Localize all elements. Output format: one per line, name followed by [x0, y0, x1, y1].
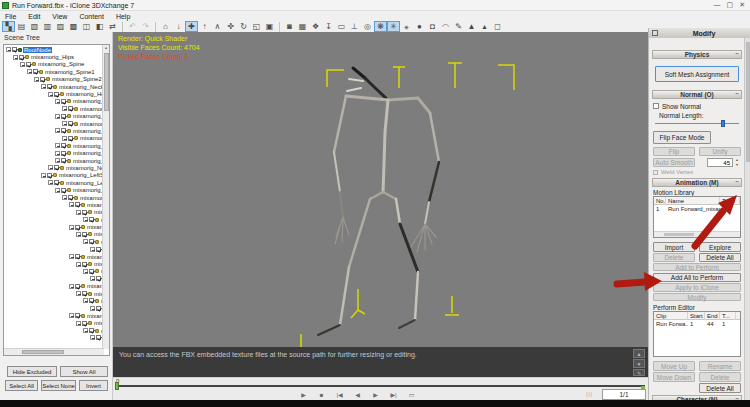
tree-node[interactable]: mixamorig_LeftForeArm	[4, 186, 103, 193]
tree-expander-icon[interactable]	[41, 84, 46, 89]
loop-button[interactable]: ▭	[406, 390, 417, 399]
tree-node[interactable]: mixamorig_LeftEye	[4, 113, 103, 120]
tree-node[interactable]: mixamorig_Neck1	[4, 164, 103, 171]
tree-expander-icon[interactable]	[55, 158, 60, 163]
go-end-button[interactable]: ▶|	[388, 390, 399, 399]
menu-item-help[interactable]: Help	[111, 13, 135, 20]
hide-excluded-button[interactable]: Hide Excluded	[7, 366, 57, 377]
tree-expander-icon[interactable]	[90, 247, 95, 252]
tree-node[interactable]: mixamorig_LeftHandPinky1	[4, 312, 103, 319]
tree-checkbox[interactable]	[82, 210, 87, 215]
tree-node[interactable]: mixamorig_LeftHandMiddle3	[4, 268, 103, 275]
tree-checkbox[interactable]	[54, 92, 59, 97]
modify-button[interactable]: Modify	[653, 293, 741, 301]
frame-view-icon[interactable]: ▣	[263, 21, 276, 32]
viewport-up-button[interactable]: ▲	[633, 349, 645, 358]
tree-node[interactable]: mixamorig_LeftHandThumb1	[4, 201, 103, 208]
menu-item-edit[interactable]: Edit	[23, 13, 45, 20]
tree-expander-icon[interactable]	[55, 99, 60, 104]
tree-checkbox[interactable]	[12, 47, 17, 52]
tree-checkbox[interactable]	[89, 328, 94, 333]
select-none-button[interactable]: Select None	[41, 380, 76, 391]
tree-checkbox[interactable]	[89, 217, 94, 222]
tree-node[interactable]: mixamorig_LeftHandThumb3	[4, 216, 103, 223]
tree-node[interactable]: mixamorig_LeftArm	[4, 179, 103, 186]
tree-checkbox[interactable]	[82, 321, 87, 326]
tree-node[interactable]: mixamorig_LeftHandIndex2	[4, 231, 103, 238]
tree-node[interactable]: mixamorig_LeftHandRing1	[4, 283, 103, 290]
close-button[interactable]: ✕	[739, 1, 745, 9]
tree-expander-icon[interactable]	[90, 306, 95, 311]
tree-horizontal-scrollbar[interactable]	[4, 348, 104, 355]
tree-expander-icon[interactable]	[55, 188, 60, 193]
tree-expander-icon[interactable]	[13, 55, 18, 60]
tree-hscroll-thumb[interactable]	[22, 350, 64, 354]
tree-expander-icon[interactable]	[20, 62, 25, 67]
tree-checkbox[interactable]	[33, 69, 38, 74]
menu-item-file[interactable]: File	[0, 13, 21, 20]
tree-node[interactable]: mixamorig_LeftHandRing4	[4, 305, 103, 312]
section-animation[interactable]: Animation (M)−	[652, 178, 742, 187]
auto-smooth-stepper[interactable]: ▴▾	[733, 158, 741, 167]
panel-scrollbar-thumb[interactable]	[746, 42, 750, 162]
tree-node[interactable]: mixamorig_LeftHandIndex1	[4, 223, 103, 230]
show-bones-icon[interactable]: ❋	[374, 21, 387, 32]
tree-checkbox[interactable]	[54, 180, 59, 185]
tree-expander-icon[interactable]	[48, 92, 53, 97]
tree-node[interactable]: mixamorig_LeftHandRing3	[4, 297, 103, 304]
tree-checkbox[interactable]	[75, 202, 80, 207]
stop-button[interactable]: ■	[316, 390, 327, 399]
viewport-3d[interactable]: Render: Quick ShaderVisible Faces Count:…	[113, 32, 648, 347]
tree-expander-icon[interactable]	[55, 114, 60, 119]
motion-table-hscrollbar[interactable]	[654, 231, 740, 237]
transfer-icon[interactable]: ⇄	[106, 21, 119, 32]
tree-expander-icon[interactable]	[6, 47, 11, 52]
tree-node[interactable]: mixamor	[4, 120, 103, 127]
tree-checkbox[interactable]	[19, 55, 24, 60]
tree-checkbox[interactable]	[61, 99, 66, 104]
menu-item-content[interactable]: Content	[74, 13, 109, 20]
flip-face-mode-button[interactable]: Flip Face Mode	[653, 131, 711, 144]
tree-expander-icon[interactable]	[76, 210, 81, 215]
tree-checkbox[interactable]	[82, 232, 87, 237]
tree-checkbox[interactable]	[96, 247, 101, 252]
tree-expander-icon[interactable]	[34, 77, 39, 82]
prev-frame-button[interactable]: ◀	[352, 390, 363, 399]
show-normal-checkbox[interactable]	[653, 103, 659, 109]
section-physics[interactable]: Physics−	[652, 50, 742, 59]
tree-node[interactable]: mixamorig_LeftHandPinky4	[4, 334, 103, 341]
auto-smooth-button[interactable]: Auto Smooth	[653, 158, 695, 167]
scene-tree[interactable]: RootNodemixamorig_Hipsmixamorig_Spinemix…	[3, 44, 110, 356]
play-button[interactable]: ▶	[298, 390, 309, 399]
tree-expander-icon[interactable]	[83, 328, 88, 333]
tree-node[interactable]: mixamorig_E	[4, 105, 103, 112]
section-normal[interactable]: Normal (O)−	[652, 90, 742, 99]
tree-checkbox[interactable]	[75, 313, 80, 318]
tree-node[interactable]: mixamorig_LeftHandIndex3	[4, 238, 103, 245]
tree-checkbox[interactable]	[89, 239, 94, 244]
invert-button[interactable]: Invert	[79, 380, 108, 391]
tree-node[interactable]: mixamorig_Spine2	[4, 76, 103, 83]
menu-item-view[interactable]: View	[47, 13, 72, 20]
collapse-icon[interactable]: −	[735, 91, 739, 97]
open-file-icon[interactable]: ▤	[15, 21, 28, 32]
tree-expander-icon[interactable]	[55, 143, 60, 148]
light-toggle-icon[interactable]: ⚹	[400, 21, 413, 32]
curve-tool-icon[interactable]: ∧	[211, 21, 224, 32]
tree-expander-icon[interactable]	[76, 321, 81, 326]
table-row[interactable]: 1Run Forward_mixamo♟	[654, 205, 740, 213]
tree-expander-icon[interactable]	[83, 269, 88, 274]
motion-library-table[interactable]: No.NameType 1Run Forward_mixamo♟	[653, 196, 741, 238]
show-skeleton-icon[interactable]: ✳	[387, 21, 400, 32]
export-model-icon[interactable]: ▨	[54, 21, 67, 32]
tree-node[interactable]: mixamorig_LeftHandMiddle2	[4, 260, 103, 267]
terrain-small-icon[interactable]: ▴	[478, 21, 491, 32]
tree-expander-icon[interactable]	[69, 313, 74, 318]
section-character[interactable]: Character (N)−	[652, 395, 742, 400]
grid-toggle-icon[interactable]: ▦	[296, 21, 309, 32]
collapse-icon[interactable]: −	[735, 51, 739, 57]
tree-checkbox[interactable]	[68, 136, 73, 141]
tree-node[interactable]: mixamorig_Neck	[4, 83, 103, 90]
tree-node[interactable]: mixamorig_LeftHandPinky3	[4, 327, 103, 334]
tree-checkbox[interactable]	[68, 195, 73, 200]
